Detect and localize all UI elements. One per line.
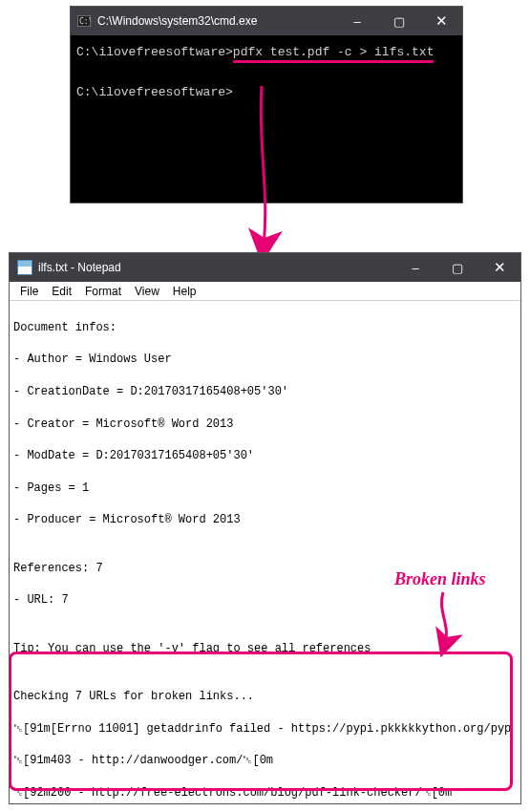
cmd-maximize-button[interactable]: ▢: [378, 7, 420, 35]
text-line: ␛[92m200 - http://free-electrons.com/blo…: [13, 785, 517, 801]
notepad-icon: [17, 260, 32, 275]
cmd-prompt-1-command: pdfx test.pdf -c > ilfs.txt: [233, 45, 435, 63]
text-line: References: 7: [13, 561, 517, 577]
cmd-titlebar[interactable]: C:\ C:\Windows\system32\cmd.exe – ▢ ✕: [71, 7, 462, 35]
notepad-minimize-button[interactable]: –: [394, 253, 436, 282]
text-line: Document infos:: [13, 320, 517, 336]
notepad-menubar: File Edit Format View Help: [10, 282, 520, 301]
text-line: - Producer = Microsoft® Word 2013: [13, 512, 517, 528]
cmd-close-button[interactable]: ✕: [420, 7, 462, 35]
text-line: ␛[91m403 - http://danwoodger.com/␛[0m: [13, 753, 517, 769]
cmd-icon: C:\: [76, 13, 92, 29]
notepad-close-button[interactable]: ✕: [478, 253, 520, 282]
notepad-titlebar[interactable]: ilfs.txt - Notepad – ▢ ✕: [10, 253, 520, 282]
text-line: - ModDate = D:20170317165408+05'30': [13, 448, 517, 464]
notepad-maximize-button[interactable]: ▢: [436, 253, 478, 282]
cmd-body[interactable]: C:\ilovefreesoftware>pdfx test.pdf -c > …: [71, 35, 462, 203]
menu-view[interactable]: View: [128, 284, 166, 299]
text-line: - URL: 7: [13, 592, 517, 609]
cmd-prompt-1-prefix: C:\ilovefreesoftware>: [76, 45, 233, 59]
text-line: - Pages = 1: [13, 481, 517, 497]
text-line: Checking 7 URLs for broken links...: [13, 689, 517, 705]
svg-text:C:\: C:\: [79, 17, 91, 26]
cmd-window: C:\ C:\Windows\system32\cmd.exe – ▢ ✕ C:…: [70, 6, 463, 203]
text-line: Tip: You can use the '-v' flag to see al…: [13, 641, 517, 657]
menu-format[interactable]: Format: [78, 284, 128, 299]
text-line: - CreationDate = D:20170317165408+05'30': [13, 384, 517, 400]
text-line: ␛[91m[Errno 11001] getaddrinfo failed - …: [13, 721, 517, 737]
notepad-text-area[interactable]: Document infos: - Author = Windows User …: [10, 301, 520, 803]
text-line: - Author = Windows User: [13, 352, 517, 368]
menu-file[interactable]: File: [13, 284, 45, 299]
text-line: - Creator = Microsoft® Word 2013: [13, 417, 517, 433]
cmd-title: C:\Windows\system32\cmd.exe: [97, 14, 257, 28]
menu-edit[interactable]: Edit: [45, 284, 78, 299]
cmd-minimize-button[interactable]: –: [336, 7, 378, 35]
notepad-window: ilfs.txt - Notepad – ▢ ✕ File Edit Forma…: [9, 252, 521, 804]
menu-help[interactable]: Help: [166, 284, 203, 299]
notepad-title: ilfs.txt - Notepad: [38, 261, 121, 274]
cmd-prompt-2: C:\ilovefreesoftware>: [76, 85, 233, 99]
